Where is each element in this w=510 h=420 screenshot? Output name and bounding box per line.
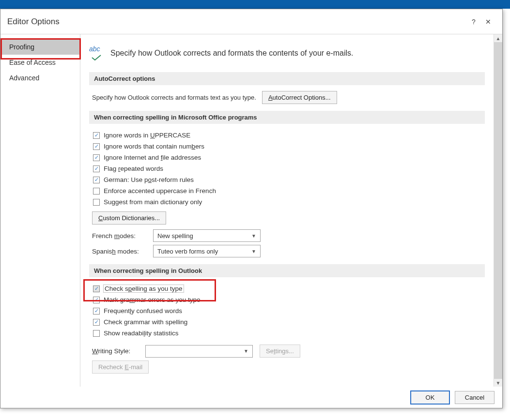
option-check-spelling-as-type[interactable]: Check spelling as you type [92, 283, 485, 294]
option-label: Show readability statistics [104, 330, 179, 337]
cancel-button[interactable]: Cancel [455, 391, 495, 404]
option-ignore-uppercase[interactable]: Ignore words in UPPERCASE [92, 130, 485, 141]
spellcheck-icon: abc [89, 46, 104, 60]
option-ignore-numbers[interactable]: Ignore words that contain numbers [92, 141, 485, 152]
background-app-stub [0, 0, 510, 9]
option-label: Ignore words in UPPERCASE [104, 132, 190, 139]
option-label: Suggest from main dictionary only [104, 198, 202, 206]
close-button[interactable]: ✕ [481, 15, 495, 29]
select-value: New spelling [157, 232, 193, 240]
scroll-down-icon[interactable]: ▼ [495, 379, 502, 387]
scroll-thumb[interactable] [494, 42, 502, 379]
french-modes-row: French modes: New spelling ▼ [92, 229, 485, 242]
dialog-footer: OK Cancel [0, 387, 502, 408]
french-modes-label: French modes: [92, 232, 146, 240]
option-label: Enforce accented uppercase in French [104, 187, 216, 195]
checkbox[interactable] [93, 188, 100, 195]
checkbox[interactable] [93, 154, 100, 161]
titlebar: Editor Options ? ✕ [0, 9, 502, 34]
option-label: Flag repeated words [104, 165, 163, 172]
french-modes-select[interactable]: New spelling ▼ [153, 229, 261, 242]
autocorrect-options-button[interactable]: AutoCorrect Options... [262, 91, 337, 104]
settings-button: Settings... [260, 345, 300, 358]
sidebar-item-advanced[interactable]: Advanced [0, 70, 80, 86]
option-label: Check spelling as you type [104, 285, 184, 292]
content: abc Specify how Outlook corrects and for… [80, 34, 494, 387]
checkbox[interactable] [93, 308, 100, 315]
option-label: Check grammar with spelling [104, 318, 187, 326]
custom-dictionaries-button[interactable]: Custom Dictionaries... [92, 211, 166, 225]
ok-button[interactable]: OK [410, 390, 450, 405]
vertical-scrollbar[interactable]: ▲ ▼ [494, 34, 502, 387]
sidebar-item-label: Advanced [9, 74, 39, 82]
autocorrect-desc: Specify how Outlook corrects and formats… [92, 94, 256, 101]
section-outlook-header: When correcting spelling in Outlook [89, 264, 485, 277]
autocorrect-row: Specify how Outlook corrects and formats… [92, 91, 485, 104]
spanish-modes-row: Spanish modes: Tuteo verb forms only ▼ [92, 245, 485, 257]
option-label: Ignore words that contain numbers [104, 143, 204, 150]
chevron-down-icon: ▼ [251, 249, 256, 254]
option-flag-repeated[interactable]: Flag repeated words [92, 163, 485, 174]
option-mark-grammar[interactable]: Mark grammar errors as you type [92, 294, 485, 305]
dialog-body: Proofing Ease of Access Advanced abc [0, 34, 502, 387]
option-check-grammar-with-spelling[interactable]: Check grammar with spelling [92, 316, 485, 328]
section-autocorrect-header: AutoCorrect options [89, 72, 485, 85]
select-value: Tuteo verb forms only [157, 248, 218, 255]
recheck-email-button: Recheck E-mail [92, 360, 149, 374]
checkbox[interactable] [93, 177, 100, 183]
option-ignore-internet[interactable]: Ignore Internet and file addresses [92, 152, 485, 163]
sidebar-item-label: Ease of Access [9, 59, 56, 66]
option-main-dictionary-only[interactable]: Suggest from main dictionary only [92, 196, 485, 208]
writing-style-row: Writing Style: ▼ Settings... [92, 345, 485, 358]
intro-text: Specify how Outlook corrects and formats… [110, 49, 354, 58]
checkbox[interactable] [93, 199, 100, 206]
section-office-header: When correcting spelling in Microsoft Of… [89, 111, 485, 124]
option-german-reform[interactable]: German: Use post-reform rules [92, 174, 485, 185]
checkbox[interactable] [93, 285, 100, 292]
editor-options-dialog: Editor Options ? ✕ Proofing Ease of Acce… [0, 9, 503, 408]
writing-style-label: Writing Style: [92, 347, 139, 355]
option-confused-words[interactable]: Frequently confused words [92, 305, 485, 316]
writing-style-select[interactable]: ▼ [145, 345, 253, 358]
scroll-up-icon[interactable]: ▲ [495, 34, 502, 42]
content-wrap: abc Specify how Outlook corrects and for… [80, 34, 502, 387]
spanish-modes-select[interactable]: Tuteo verb forms only ▼ [153, 245, 261, 257]
option-label: Mark grammar errors as you type [104, 296, 201, 303]
dialog-title: Editor Options [7, 17, 466, 27]
sidebar-item-label: Proofing [9, 43, 34, 51]
sidebar-item-ease-of-access[interactable]: Ease of Access [0, 55, 80, 70]
checkbox[interactable] [93, 143, 100, 150]
help-button[interactable]: ? [466, 15, 481, 29]
option-french-accented[interactable]: Enforce accented uppercase in French [92, 185, 485, 196]
option-label: German: Use post-reform rules [104, 176, 194, 183]
checkbox[interactable] [93, 330, 100, 337]
sidebar: Proofing Ease of Access Advanced [0, 34, 80, 387]
checkbox[interactable] [93, 132, 100, 139]
checkbox[interactable] [93, 165, 100, 172]
sidebar-item-proofing[interactable]: Proofing [0, 39, 80, 55]
checkbox[interactable] [93, 297, 100, 303]
option-label: Ignore Internet and file addresses [104, 154, 201, 161]
checkbox[interactable] [93, 319, 100, 326]
option-label: Frequently confused words [104, 307, 182, 315]
option-readability-stats[interactable]: Show readability statistics [92, 328, 485, 339]
spanish-modes-label: Spanish modes: [92, 248, 146, 255]
chevron-down-icon: ▼ [244, 348, 248, 354]
intro-row: abc Specify how Outlook corrects and for… [89, 46, 485, 60]
chevron-down-icon: ▼ [251, 233, 256, 239]
